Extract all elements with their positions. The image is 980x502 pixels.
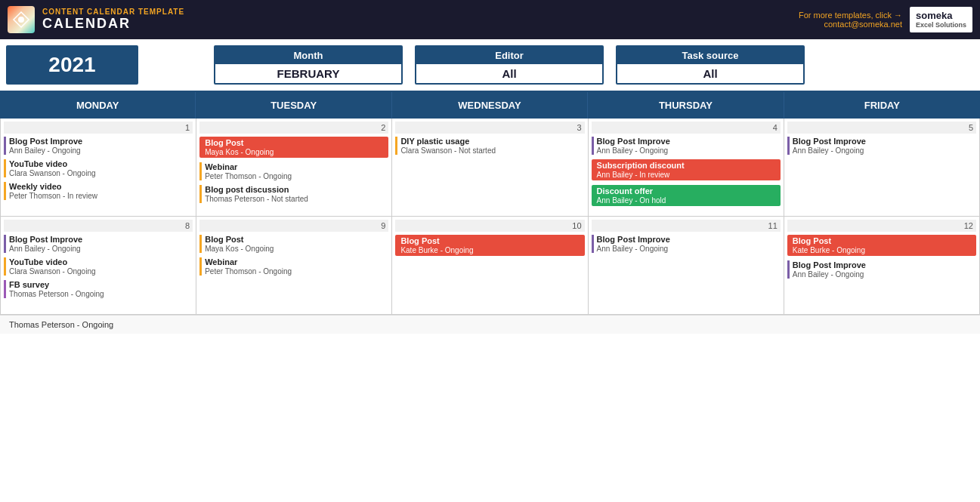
day-number-4: 4 bbox=[592, 122, 781, 134]
day-1: 1 Blog Post Improve Ann Bailey - Ongoing… bbox=[1, 119, 196, 217]
event-person: Ann Bailey - Ongoing bbox=[597, 146, 781, 155]
event-5-1: Blog Post Improve Ann Bailey - Ongoing bbox=[787, 137, 976, 155]
calendar: MONDAY TUESDAY WEDNESDAY THURSDAY FRIDAY… bbox=[0, 92, 980, 315]
task-filter-value: All bbox=[617, 64, 803, 83]
day-number-2: 2 bbox=[199, 122, 388, 134]
event-2-2: Webinar Peter Thomson - Ongoing bbox=[199, 162, 388, 180]
event-title: Blog Post bbox=[400, 236, 581, 245]
year-display: 2021 bbox=[6, 45, 138, 85]
event-title: Blog Post bbox=[793, 236, 973, 245]
editor-filter[interactable]: Editor All bbox=[415, 45, 604, 85]
day-5: 5 Blog Post Improve Ann Bailey - Ongoing bbox=[784, 119, 980, 217]
event-title: Blog Post Improve bbox=[793, 260, 976, 269]
event-3-1: DIY plastic usage Clara Swanson - Not st… bbox=[395, 137, 584, 155]
day-11: 11 Blog Post Improve Ann Bailey - Ongoin… bbox=[589, 217, 784, 315]
day-10: 10 Blog Post Kate Burke - Ongoing bbox=[392, 217, 588, 315]
event-person: Ann Bailey - Ongoing bbox=[9, 245, 193, 253]
day-number-8: 8 bbox=[4, 220, 193, 232]
event-12-1: Blog Post Kate Burke - Ongoing bbox=[787, 235, 976, 256]
event-title: Webinar bbox=[205, 162, 388, 171]
month-filter-value: FEBRUARY bbox=[215, 64, 401, 83]
day-number-1: 1 bbox=[4, 122, 193, 134]
event-person: Ann Bailey - Ongoing bbox=[9, 146, 193, 155]
bottom-bar: Thomas Peterson - Ongoing bbox=[0, 315, 980, 334]
header-main-title: CALENDAR bbox=[42, 16, 184, 32]
event-4-2: Subscription discount Ann Bailey - In re… bbox=[592, 159, 781, 180]
day-number-9: 9 bbox=[199, 220, 388, 232]
editor-filter-label: Editor bbox=[416, 47, 602, 64]
event-12-2: Blog Post Improve Ann Bailey - Ongoing bbox=[787, 260, 976, 279]
event-title: Blog Post Improve bbox=[9, 137, 193, 146]
header-right: For more templates, click → contact@some… bbox=[799, 7, 972, 32]
day-8: 8 Blog Post Improve Ann Bailey - Ongoing… bbox=[1, 217, 196, 315]
day-12: 12 Blog Post Kate Burke - Ongoing Blog P… bbox=[784, 217, 980, 315]
event-10-1: Blog Post Kate Burke - Ongoing bbox=[395, 235, 584, 256]
event-person: Peter Thomson - Ongoing bbox=[205, 267, 388, 276]
event-title: DIY plastic usage bbox=[400, 137, 584, 146]
month-filter[interactable]: Month FEBRUARY bbox=[214, 45, 403, 85]
header-subtitle: CONTENT CALENDAR TEMPLATE bbox=[42, 8, 184, 16]
event-person: Kate Burke - Ongoing bbox=[400, 246, 581, 254]
day-2: 2 Blog Post Maya Kos - Ongoing Webinar P… bbox=[196, 119, 392, 217]
event-person: Peter Thomson - In review bbox=[9, 192, 193, 200]
event-2-1: Blog Post Maya Kos - Ongoing bbox=[199, 137, 388, 158]
event-title: YouTube video bbox=[9, 257, 193, 266]
event-8-3: FB survey Thomas Peterson - Ongoing bbox=[4, 280, 193, 298]
day-number-5: 5 bbox=[787, 122, 976, 134]
day-4: 4 Blog Post Improve Ann Bailey - Ongoing… bbox=[589, 119, 784, 217]
event-person: Ann Bailey - Ongoing bbox=[597, 245, 781, 253]
event-1-2: YouTube video Clara Swanson - Ongoing bbox=[4, 159, 193, 177]
event-1-3: Weekly video Peter Thomson - In review bbox=[4, 182, 193, 200]
event-4-3: Discount offer Ann Bailey - On hold bbox=[592, 185, 781, 206]
event-person: Ann Bailey - Ongoing bbox=[793, 146, 976, 155]
event-person: Thomas Peterson - Not started bbox=[205, 195, 388, 203]
event-person: Clara Swanson - Not started bbox=[400, 146, 584, 155]
event-4-1: Blog Post Improve Ann Bailey - Ongoing bbox=[592, 137, 781, 155]
event-8-2: YouTube video Clara Swanson - Ongoing bbox=[4, 257, 193, 276]
event-title: Blog Post Improve bbox=[597, 235, 781, 244]
header-link-text: For more templates, click → contact@some… bbox=[799, 11, 902, 29]
event-person: Clara Swanson - Ongoing bbox=[9, 169, 193, 177]
event-title: Blog Post Improve bbox=[793, 137, 976, 146]
filter-controls: Month FEBRUARY Editor All Task source Al… bbox=[214, 45, 805, 85]
event-person: Ann Bailey - Ongoing bbox=[793, 270, 976, 279]
month-filter-label: Month bbox=[215, 47, 401, 64]
day-9: 9 Blog Post Maya Kos - Ongoing Webinar P… bbox=[196, 217, 392, 315]
header-wednesday: WEDNESDAY bbox=[392, 92, 588, 119]
event-8-1: Blog Post Improve Ann Bailey - Ongoing bbox=[4, 235, 193, 253]
event-9-1: Blog Post Maya Kos - Ongoing bbox=[199, 235, 388, 253]
task-filter[interactable]: Task source All bbox=[616, 45, 805, 85]
event-person: Kate Burke - Ongoing bbox=[793, 246, 973, 254]
event-title: Blog Post bbox=[205, 138, 385, 147]
day-number-10: 10 bbox=[395, 220, 584, 232]
day-number-12: 12 bbox=[787, 220, 976, 232]
day-number-3: 3 bbox=[395, 122, 584, 134]
header-title-block: CONTENT CALENDAR TEMPLATE CALENDAR bbox=[42, 8, 184, 32]
event-9-2: Webinar Peter Thomson - Ongoing bbox=[199, 257, 388, 276]
event-2-3: Blog post discussion Thomas Peterson - N… bbox=[199, 185, 388, 203]
day-3: 3 DIY plastic usage Clara Swanson - Not … bbox=[392, 119, 588, 217]
header-tuesday: TUESDAY bbox=[196, 92, 391, 119]
header-thursday: THURSDAY bbox=[588, 92, 784, 119]
event-title: Discount offer bbox=[597, 186, 778, 196]
event-person: Clara Swanson - Ongoing bbox=[9, 267, 193, 276]
event-title: Blog Post Improve bbox=[9, 235, 193, 244]
event-person: Maya Kos - Ongoing bbox=[205, 148, 385, 156]
day-number-11: 11 bbox=[592, 220, 781, 232]
someka-logo: someka Excel Solutions bbox=[910, 7, 972, 32]
header-monday: MONDAY bbox=[0, 92, 196, 119]
event-person: Ann Bailey - In review bbox=[597, 171, 778, 179]
event-title: Subscription discount bbox=[597, 161, 778, 170]
calendar-grid: 1 Blog Post Improve Ann Bailey - Ongoing… bbox=[0, 119, 980, 315]
event-person: Maya Kos - Ongoing bbox=[205, 245, 388, 253]
bottom-bar-text: Thomas Peterson - Ongoing bbox=[9, 320, 113, 329]
logo-icon bbox=[8, 6, 35, 33]
event-title: Blog Post bbox=[205, 235, 388, 244]
event-title: YouTube video bbox=[9, 159, 193, 168]
calendar-header: MONDAY TUESDAY WEDNESDAY THURSDAY FRIDAY bbox=[0, 92, 980, 119]
event-title: Weekly video bbox=[9, 182, 193, 191]
filter-row: 2021 Month FEBRUARY Editor All Task sour… bbox=[0, 39, 980, 92]
header-friday: FRIDAY bbox=[784, 92, 980, 119]
event-title: FB survey bbox=[9, 280, 193, 289]
event-title: Webinar bbox=[205, 257, 388, 266]
